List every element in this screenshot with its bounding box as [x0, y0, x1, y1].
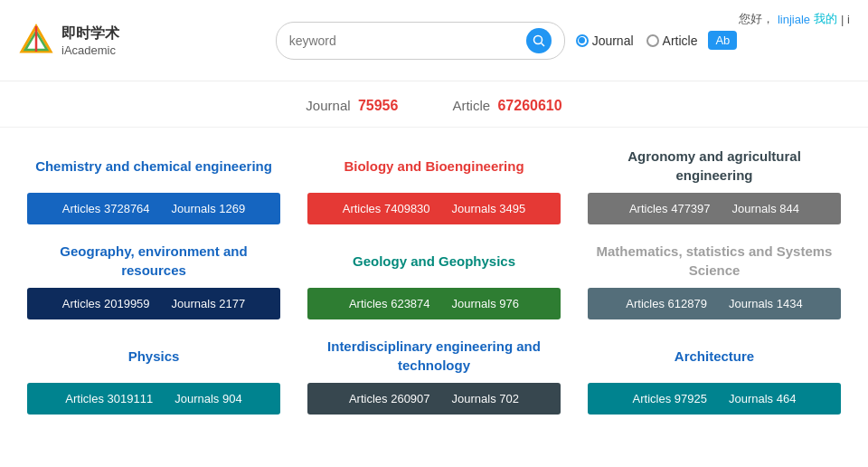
- journal-stat-count: 75956: [358, 98, 399, 113]
- journals-count: Journals 1269: [172, 202, 246, 215]
- articles-count: Articles 2019959: [62, 297, 150, 310]
- category-title: Agronomy and agricultural engineering: [588, 146, 841, 186]
- category-card[interactable]: Biology and Bioengineering Articles 7409…: [307, 146, 561, 224]
- username-link[interactable]: linjiale: [778, 13, 810, 26]
- radio-group: Journal Article: [576, 33, 698, 48]
- radio-article-label: Article: [663, 33, 698, 48]
- articles-count: Articles 260907: [349, 392, 430, 405]
- category-title: Mathematics, statistics and Systems Scie…: [588, 241, 841, 281]
- article-stat-count: 67260610: [497, 98, 561, 113]
- about-button[interactable]: Ab: [708, 31, 737, 50]
- category-bar: Articles 2019959 Journals 2177: [27, 288, 280, 319]
- category-card[interactable]: Geology and Geophysics Articles 623874 J…: [307, 241, 561, 319]
- articles-count: Articles 3728764: [62, 202, 150, 215]
- logo-text: 即时学术 iAcademic: [61, 24, 119, 57]
- category-title: Chemistry and chemical engineering: [27, 146, 280, 186]
- category-bar: Articles 623874 Journals 976: [307, 288, 561, 319]
- journals-count: Journals 1434: [729, 297, 803, 310]
- article-stat: Article 67260610: [452, 98, 561, 114]
- category-card[interactable]: Chemistry and chemical engineering Artic…: [27, 146, 280, 224]
- journals-count: Journals 2177: [172, 297, 246, 310]
- stats-bar: Journal 75956 Article 67260610: [0, 81, 868, 128]
- journals-count: Journals 702: [452, 392, 519, 405]
- category-bar: Articles 3728764 Journals 1269: [27, 193, 280, 224]
- articles-count: Articles 7409830: [343, 202, 430, 215]
- svg-line-4: [541, 43, 544, 46]
- article-stat-label: Article: [452, 98, 490, 113]
- radio-article[interactable]: Article: [646, 33, 698, 48]
- journal-stat: Journal 75956: [306, 98, 398, 114]
- radio-journal-label: Journal: [592, 33, 634, 48]
- header: 即时学术 iAcademic Journal Article Ab: [0, 0, 868, 81]
- category-card[interactable]: Geography, environment and resources Art…: [27, 241, 280, 319]
- category-title: Architecture: [588, 336, 841, 376]
- category-title: Interdisciplinary engineering and techno…: [307, 336, 561, 376]
- category-bar: Articles 477397 Journals 844: [588, 193, 841, 224]
- category-title: Geology and Geophysics: [307, 241, 561, 281]
- my-link[interactable]: 我的: [814, 11, 837, 27]
- journals-count: Journals 844: [732, 202, 799, 215]
- articles-count: Articles 623874: [349, 297, 430, 310]
- radio-journal[interactable]: Journal: [576, 33, 634, 48]
- category-bar: Articles 97925 Journals 464: [588, 383, 841, 415]
- svg-point-3: [533, 35, 542, 43]
- category-bar: Articles 612879 Journals 1434: [588, 288, 841, 319]
- search-icon: [533, 34, 545, 47]
- articles-count: Articles 477397: [629, 202, 711, 215]
- articles-count: Articles 3019111: [65, 392, 153, 405]
- category-card[interactable]: Mathematics, statistics and Systems Scie…: [588, 241, 841, 319]
- category-bar: Articles 7409830 Journals 3495: [307, 193, 561, 224]
- header-right: 您好， linjiale 我的 | i: [739, 11, 850, 27]
- category-card[interactable]: Physics Articles 3019111 Journals 904: [27, 336, 280, 415]
- articles-count: Articles 97925: [633, 392, 707, 405]
- logo-english: iAcademic: [61, 43, 119, 57]
- search-box[interactable]: [276, 22, 565, 60]
- journals-count: Journals 904: [175, 392, 241, 405]
- logo-chinese: 即时学术: [61, 24, 119, 43]
- category-title: Geography, environment and resources: [27, 241, 280, 281]
- radio-article-circle: [646, 34, 659, 47]
- category-bar: Articles 3019111 Journals 904: [27, 383, 280, 415]
- category-card[interactable]: Architecture Articles 97925 Journals 464: [588, 336, 841, 415]
- category-card[interactable]: Agronomy and agricultural engineering Ar…: [588, 146, 841, 224]
- articles-count: Articles 612879: [626, 297, 707, 310]
- category-title: Biology and Bioengineering: [307, 146, 561, 186]
- greeting-text: 您好，: [739, 11, 774, 27]
- radio-journal-circle: [576, 34, 589, 47]
- journals-count: Journals 3495: [452, 202, 526, 215]
- logo-icon: [18, 23, 54, 59]
- categories-grid: Chemistry and chemical engineering Artic…: [0, 128, 868, 424]
- search-button[interactable]: [526, 28, 552, 53]
- separator: | i: [841, 13, 850, 26]
- category-bar: Articles 260907 Journals 702: [307, 383, 561, 415]
- category-title: Physics: [27, 336, 280, 376]
- search-input[interactable]: [289, 33, 526, 48]
- journal-stat-label: Journal: [306, 98, 350, 113]
- category-card[interactable]: Interdisciplinary engineering and techno…: [307, 336, 561, 415]
- journals-count: Journals 976: [452, 297, 519, 310]
- logo-area: 即时学术 iAcademic: [18, 23, 163, 59]
- journals-count: Journals 464: [729, 392, 796, 405]
